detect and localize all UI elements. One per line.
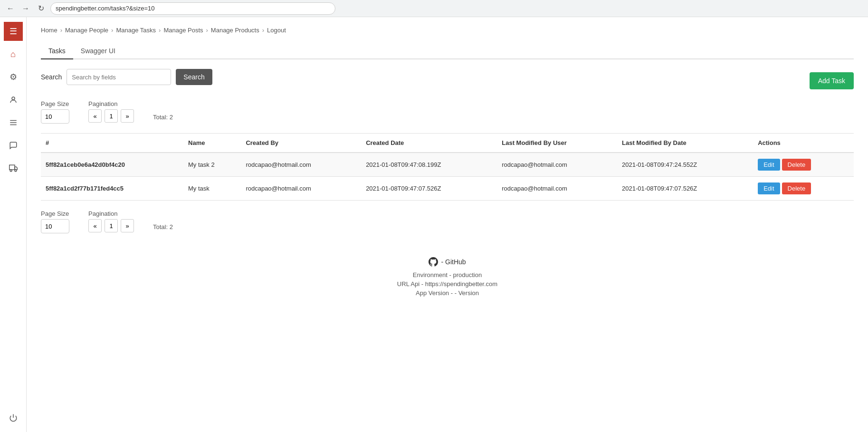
page-size-input-top[interactable] <box>41 109 69 124</box>
cell-row0-col4: rodcapao@hotmail.com <box>497 153 617 177</box>
svg-rect-4 <box>9 165 14 170</box>
github-link[interactable]: - GitHub <box>41 257 854 267</box>
main-content: Home › Manage People › Manage Tasks › Ma… <box>27 17 868 432</box>
cell-row1-col4: rodcapao@hotmail.com <box>497 177 617 201</box>
breadcrumb-manage-tasks[interactable]: Manage Tasks <box>116 27 156 34</box>
list-icon[interactable] <box>4 113 23 132</box>
browser-chrome: ← → ↻ spendingbetter.com/tasks?&size=10 <box>0 0 868 17</box>
home-icon[interactable]: ⌂ <box>4 45 23 64</box>
col-last-modified-user: Last Modified By User <box>497 134 617 153</box>
footer-url-api: URL Api - https://spendingbetter.com <box>41 280 854 288</box>
svg-point-0 <box>12 97 15 100</box>
cell-row0-col5: 2021-01-08T09:47:24.552Z <box>617 153 753 177</box>
footer-app-version: App Version - - Version <box>41 289 854 297</box>
breadcrumb: Home › Manage People › Manage Tasks › Ma… <box>41 27 854 34</box>
pagination-next-bottom[interactable]: » <box>121 219 134 232</box>
pagination-controls-top: Pagination « 1 » <box>88 100 134 123</box>
search-input[interactable] <box>67 69 171 85</box>
pagination-next-top[interactable]: » <box>121 109 134 123</box>
svg-marker-5 <box>15 167 17 170</box>
col-created-by: Created By <box>241 134 361 153</box>
add-task-button[interactable]: Add Task <box>810 72 854 89</box>
table-body: 5ff82a1ceb0e6a42d0bf4c20My task 2rodcapa… <box>41 153 854 201</box>
footer: - GitHub Environment - production URL Ap… <box>41 243 854 313</box>
gear-icon[interactable]: ⚙ <box>4 67 23 86</box>
delete-button-row1[interactable]: Delete <box>782 182 811 194</box>
total-label-top: Total: 2 <box>153 114 173 124</box>
cell-row0-col3: 2021-01-08T09:47:08.199Z <box>361 153 497 177</box>
col-id: # <box>41 134 183 153</box>
cell-row1-col1: My task <box>183 177 241 201</box>
tabs-bar: Tasks Swagger UI <box>41 43 854 59</box>
breadcrumb-manage-posts[interactable]: Manage Posts <box>163 27 203 34</box>
tasks-table: # Name Created By Created Date Last Modi… <box>41 133 854 201</box>
github-text: - GitHub <box>441 258 466 266</box>
person-icon[interactable] <box>4 90 23 109</box>
search-label: Search <box>41 73 62 81</box>
power-icon[interactable] <box>4 408 23 427</box>
pagination-prev-top[interactable]: « <box>88 109 102 123</box>
pagination-bottom: Page Size Pagination « 1 » Total: 2 <box>41 210 854 233</box>
url-text: spendingbetter.com/tasks?&size=10 <box>56 5 155 12</box>
breadcrumb-manage-people[interactable]: Manage People <box>65 27 108 34</box>
breadcrumb-logout[interactable]: Logout <box>267 27 286 34</box>
pagination-controls-bottom: Pagination « 1 » <box>88 210 134 232</box>
col-name: Name <box>183 134 241 153</box>
cell-row1-col2: rodcapao@hotmail.com <box>241 177 361 201</box>
breadcrumb-manage-products[interactable]: Manage Products <box>211 27 259 34</box>
total-label-bottom: Total: 2 <box>153 223 173 233</box>
pagination-page-top: 1 <box>105 109 118 123</box>
page-size-label-bottom: Page Size <box>41 210 69 217</box>
chat-icon[interactable] <box>4 136 23 155</box>
svg-point-7 <box>15 170 17 172</box>
edit-button-row1[interactable]: Edit <box>758 182 780 194</box>
address-bar[interactable]: spendingbetter.com/tasks?&size=10 <box>50 2 335 15</box>
table-row: 5ff82a1cd2f77b171fed4cc5My taskrodcapao@… <box>41 177 854 201</box>
pagination-nav-top: « 1 » <box>88 109 134 123</box>
footer-environment: Environment - production <box>41 271 854 278</box>
github-icon <box>429 257 438 267</box>
top-bar: Search Search Add Task <box>41 69 854 93</box>
page-size-top: Page Size <box>41 100 69 124</box>
pagination-label-top: Pagination <box>88 100 134 107</box>
cell-row0-col0: 5ff82a1ceb0e6a42d0bf4c20 <box>41 153 183 177</box>
pagination-page-bottom: 1 <box>105 219 118 232</box>
svg-point-6 <box>10 170 12 172</box>
page-size-label-top: Page Size <box>41 100 69 107</box>
breadcrumb-home[interactable]: Home <box>41 27 57 34</box>
pagination-top: Page Size Pagination « 1 » Total: 2 <box>41 100 854 124</box>
search-button[interactable]: Search <box>176 69 212 85</box>
tab-tasks[interactable]: Tasks <box>41 43 73 59</box>
cell-row0-actions: EditDelete <box>753 153 854 177</box>
page-size-bottom: Page Size <box>41 210 69 233</box>
cell-row0-col1: My task 2 <box>183 153 241 177</box>
col-actions: Actions <box>753 134 854 153</box>
sidebar: ☰ ⌂ ⚙ <box>0 17 27 432</box>
col-last-modified-date: Last Modified By Date <box>617 134 753 153</box>
cell-row1-col3: 2021-01-08T09:47:07.526Z <box>361 177 497 201</box>
col-created-date: Created Date <box>361 134 497 153</box>
pagination-label-bottom: Pagination <box>88 210 134 217</box>
cell-row1-col0: 5ff82a1cd2f77b171fed4cc5 <box>41 177 183 201</box>
forward-button[interactable]: → <box>20 3 31 14</box>
delete-button-row0[interactable]: Delete <box>782 159 811 171</box>
table-header-row: # Name Created By Created Date Last Modi… <box>41 134 854 153</box>
pagination-prev-bottom[interactable]: « <box>88 219 102 232</box>
table-row: 5ff82a1ceb0e6a42d0bf4c20My task 2rodcapa… <box>41 153 854 177</box>
cell-row1-col5: 2021-01-08T09:47:07.526Z <box>617 177 753 201</box>
edit-button-row0[interactable]: Edit <box>758 159 780 171</box>
refresh-button[interactable]: ↻ <box>35 3 47 14</box>
truck-icon[interactable] <box>4 159 23 178</box>
tab-swagger-ui[interactable]: Swagger UI <box>73 43 123 59</box>
hamburger-icon[interactable]: ☰ <box>4 22 23 41</box>
cell-row0-col2: rodcapao@hotmail.com <box>241 153 361 177</box>
pagination-nav-bottom: « 1 » <box>88 219 134 232</box>
back-button[interactable]: ← <box>5 3 16 14</box>
page-size-input-bottom[interactable] <box>41 219 69 233</box>
search-bar: Search Search <box>41 69 212 85</box>
cell-row1-actions: EditDelete <box>753 177 854 201</box>
